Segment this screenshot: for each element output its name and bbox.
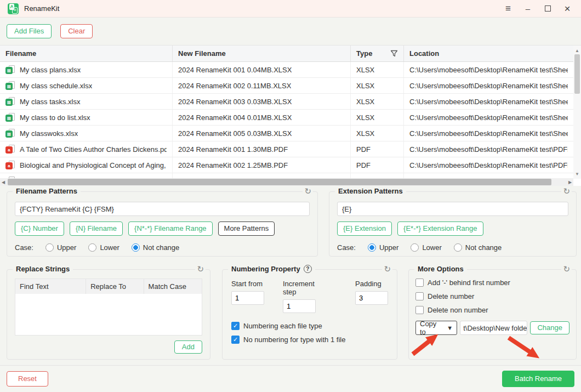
menu-icon[interactable]: ≡	[500, 2, 516, 16]
table-row[interactable]: ▦My class plans.xlsx2024 RenameKit 001 0…	[0, 62, 573, 78]
delete-non-number-checkbox[interactable]: Delete non number	[415, 306, 569, 314]
increment-step-input[interactable]	[283, 299, 316, 313]
destination-path-input[interactable]: t\Desktop\New folder	[460, 321, 527, 335]
type-cell: PDF	[351, 157, 404, 173]
new-filename-cell: 2024 RenameKit 003 0.03MB.XLSX	[173, 94, 351, 109]
filename-case-upper-radio[interactable]: Upper	[45, 243, 76, 252]
close-icon[interactable]: ×	[559, 2, 576, 16]
pattern-number-button[interactable]: {C} Number	[15, 221, 64, 236]
replace-strings-table-body	[15, 294, 202, 335]
xlsx-file-icon: ▦	[5, 113, 15, 122]
window-controls: ≡ – ×	[500, 2, 576, 16]
location-cell: C:\Users\mobeesoft\Desktop\RenameKit tes…	[404, 141, 573, 157]
replace-strings-panel: Replace Strings ↻ Find Text Replace To M…	[7, 269, 210, 360]
filename-cell: ▦My class tasks.xlsx	[0, 94, 173, 109]
no-numbering-single-file-checkbox[interactable]: ✓ No numbering for type with 1 file	[231, 336, 388, 344]
vertical-scrollbar[interactable]: ▲ ▼	[573, 46, 581, 179]
scroll-right-icon[interactable]: ▶	[567, 178, 573, 186]
filter-icon[interactable]	[390, 50, 398, 58]
vertical-scroll-thumb[interactable]	[574, 54, 580, 94]
filename-patterns-legend: Filename Patterns	[13, 187, 81, 195]
scroll-left-icon[interactable]: ◀	[0, 178, 7, 186]
minimize-icon[interactable]: –	[520, 2, 536, 16]
type-cell: PDF	[351, 141, 404, 157]
extension-pattern-input[interactable]	[337, 202, 568, 216]
replace-strings-table: Find Text Replace To Match Case	[15, 279, 202, 336]
table-row[interactable]: ▦My classwoks.xlsx2024 RenameKit 005 0.0…	[0, 126, 573, 141]
filename-case-not-change-radio[interactable]: Not change	[132, 243, 180, 252]
add-replace-rule-button[interactable]: Add	[174, 340, 202, 354]
chevron-down-icon: ▼	[447, 325, 453, 331]
file-table: Filename New Filename Type Location ▦My …	[0, 45, 581, 186]
delete-number-checkbox[interactable]: Delete number	[415, 292, 569, 300]
app-title: RenameKit	[24, 4, 59, 13]
pattern-filename-range-button[interactable]: {N*-*} Filename Range	[128, 221, 213, 236]
batch-rename-button[interactable]: Batch Rename	[502, 371, 574, 387]
table-row[interactable]: aBiological and Physiological Concept of…	[0, 157, 573, 173]
numbering-refresh-icon[interactable]: ↻	[382, 264, 392, 274]
numbering-property-legend: Numbering Property ?	[228, 265, 315, 273]
column-header-new-filename: New Filename	[173, 46, 351, 61]
filename-cell: ▦My class schedule.xlsx	[0, 78, 173, 93]
pattern-extension-range-button[interactable]: {E*-*} Extension Range	[397, 221, 483, 236]
xlsx-file-icon: ▦	[5, 65, 15, 74]
clear-button[interactable]: Clear	[60, 24, 93, 38]
pattern-filename-button[interactable]: {N} Filename	[70, 221, 123, 236]
filename-cell: ▦My class to do list.xlsx	[0, 110, 173, 125]
filename-case-lower-radio[interactable]: Lower	[88, 243, 119, 252]
padding-input[interactable]	[355, 291, 388, 305]
numbering-each-file-type-checkbox[interactable]: ✓ Numbering each file type	[231, 322, 388, 330]
add-files-button[interactable]: Add Files	[7, 24, 52, 38]
titlebar: RenameKit ≡ – ×	[0, 0, 581, 18]
change-destination-button[interactable]: Change	[530, 321, 569, 334]
new-filename-cell: 2024 RenameKit 005 0.03MB.XLSX	[173, 126, 351, 141]
pdf-file-icon: a	[5, 161, 15, 169]
more-options-legend: More Options	[414, 265, 467, 273]
table-row[interactable]: ▦My class schedule.xlsx2024 RenameKit 00…	[0, 78, 573, 94]
add-dash-checkbox[interactable]: Add '-' behind first number	[415, 279, 569, 287]
increment-step-label: Increment step	[283, 280, 323, 296]
xlsx-file-icon: ▦	[5, 81, 15, 90]
table-row[interactable]: ▦My class to do list.xlsx2024 RenameKit …	[0, 110, 573, 126]
more-patterns-button[interactable]: More Patterns	[218, 221, 275, 236]
file-table-header: Filename New Filename Type Location	[0, 46, 581, 62]
type-cell: XLSX	[351, 78, 404, 93]
new-filename-cell: 2024 RenameKit 002 0.11MB.XLSX	[173, 78, 351, 93]
filename-patterns-panel: Filename Patterns ↻ {C} Number {N} Filen…	[7, 191, 318, 257]
location-cell: C:\Users\mobeesoft\Desktop\RenameKit tes…	[404, 110, 573, 125]
new-filename-cell: 2024 RenameKit 004 0.01MB.XLSX	[173, 110, 351, 125]
horizontal-scrollbar[interactable]: ◀ ▶	[0, 178, 573, 186]
new-filename-cell: 2024 RenameKit 001 0.04MB.XLSX	[173, 62, 351, 77]
table-row[interactable]: aA Tale of Two Cities Author Charles Dic…	[0, 141, 573, 157]
pattern-extension-button[interactable]: {E} Extension	[337, 221, 392, 236]
scroll-down-icon[interactable]: ▼	[573, 170, 581, 178]
help-icon[interactable]: ?	[304, 265, 312, 273]
extension-case-not-change-radio[interactable]: Not change	[454, 243, 502, 252]
extension-patterns-refresh-icon[interactable]: ↻	[561, 186, 572, 196]
file-table-body: ▦My class plans.xlsx2024 RenameKit 001 0…	[0, 62, 573, 179]
extension-case-lower-radio[interactable]: Lower	[411, 243, 441, 252]
horizontal-scroll-thumb[interactable]	[8, 179, 551, 185]
extension-case-upper-radio[interactable]: Upper	[368, 243, 398, 252]
copy-to-select[interactable]: Copy to ▼	[415, 321, 457, 335]
filename-patterns-refresh-icon[interactable]: ↻	[303, 186, 313, 196]
maximize-icon[interactable]	[539, 2, 556, 16]
toolbar: Add Files Clear	[0, 18, 581, 45]
filename-pattern-input[interactable]	[15, 202, 310, 216]
replace-strings-refresh-icon[interactable]: ↻	[195, 264, 206, 274]
replace-col-find-text: Find Text	[15, 279, 86, 294]
extension-patterns-legend: Extension Patterns	[335, 187, 406, 195]
more-options-refresh-icon[interactable]: ↻	[561, 264, 572, 274]
padding-label: Padding	[355, 280, 388, 288]
reset-button[interactable]: Reset	[7, 371, 48, 387]
column-header-type: Type	[351, 46, 404, 61]
start-from-input[interactable]	[231, 291, 264, 305]
table-row[interactable]: ▦My class tasks.xlsx2024 RenameKit 003 0…	[0, 94, 573, 110]
scroll-up-icon[interactable]: ▲	[573, 47, 581, 54]
replace-col-match-case: Match Case	[144, 279, 202, 294]
replace-strings-legend: Replace Strings	[13, 265, 73, 273]
xlsx-file-icon: ▦	[5, 129, 15, 138]
footer-bar: Reset Batch Rename	[0, 365, 581, 392]
replace-col-replace-to: Replace To	[86, 279, 144, 294]
extension-patterns-panel: Extension Patterns ↻ {E} Extension {E*-*…	[329, 191, 577, 257]
